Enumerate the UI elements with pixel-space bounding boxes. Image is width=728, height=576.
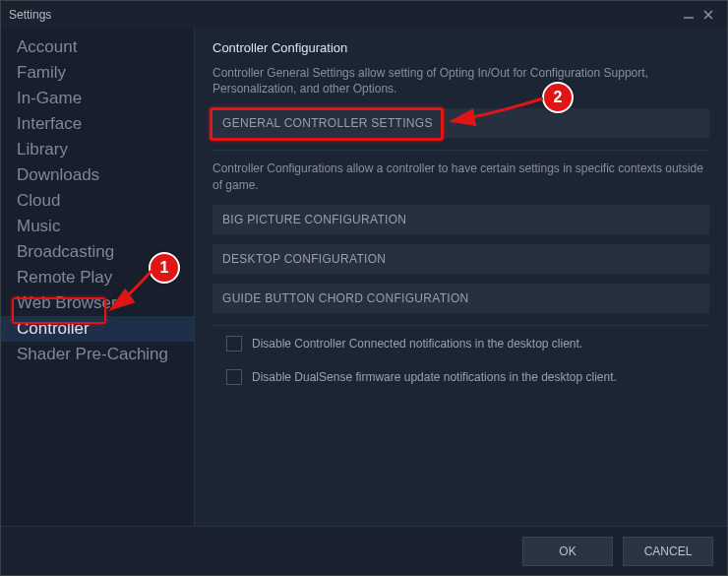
separator [212,150,709,151]
close-icon[interactable] [701,8,715,22]
checkbox-row-1[interactable]: Disable DualSense firmware update notifi… [226,369,709,385]
minimize-icon[interactable] [682,8,696,22]
checkbox-label: Disable Controller Connected notificatio… [252,337,582,351]
ok-button[interactable]: OK [522,537,613,566]
settings-window: Settings AccountFamilyIn-GameInterfaceLi… [0,0,728,576]
config-button-guide-button-chord-configuration[interactable]: GUIDE BUTTON CHORD CONFIGURATION [212,284,709,313]
checkbox-box[interactable] [226,369,242,385]
sidebar-item-music[interactable]: Music [1,214,194,239]
titlebar: Settings [1,1,727,29]
checkbox-box[interactable] [226,336,242,352]
sidebar-item-controller[interactable]: Controller [1,316,194,342]
sidebar-item-interface[interactable]: Interface [1,111,194,137]
sidebar-item-shader-pre-caching[interactable]: Shader Pre-Caching [1,342,194,367]
sidebar-item-remote-play[interactable]: Remote Play [1,265,194,290]
config-button-desktop-configuration[interactable]: DESKTOP CONFIGURATION [212,244,709,274]
window-body: AccountFamilyIn-GameInterfaceLibraryDown… [1,29,727,528]
checkbox-group: Disable Controller Connected notificatio… [212,336,709,385]
context-desc: Controller Configurations allow a contro… [212,160,709,192]
sidebar-item-family[interactable]: Family [1,60,194,86]
sidebar-item-library[interactable]: Library [1,137,194,162]
config-buttons-group: BIG PICTURE CONFIGURATIONDESKTOP CONFIGU… [212,205,709,313]
footer: OK CANCEL [1,526,727,575]
checkbox-label: Disable DualSense firmware update notifi… [252,370,617,384]
sidebar-item-cloud[interactable]: Cloud [1,188,194,214]
sidebar-item-broadcasting[interactable]: Broadcasting [1,239,194,265]
sidebar-item-downloads[interactable]: Downloads [1,162,194,188]
sidebar-item-in-game[interactable]: In-Game [1,86,194,111]
page-heading: Controller Configuration [212,40,709,55]
window-title: Settings [9,8,51,22]
separator [212,325,709,326]
checkbox-row-0[interactable]: Disable Controller Connected notificatio… [226,336,709,352]
general-desc: Controller General Settings allow settin… [212,65,709,96]
cancel-button[interactable]: CANCEL [623,537,713,566]
sidebar-item-web-browser[interactable]: Web Browser [1,290,194,316]
general-controller-settings-button[interactable]: GENERAL CONTROLLER SETTINGS [212,108,709,138]
content-panel: Controller Configuration Controller Gene… [195,29,727,528]
window-controls [682,8,719,22]
sidebar: AccountFamilyIn-GameInterfaceLibraryDown… [1,29,195,528]
config-button-big-picture-configuration[interactable]: BIG PICTURE CONFIGURATION [212,205,709,234]
sidebar-item-account[interactable]: Account [1,34,194,60]
